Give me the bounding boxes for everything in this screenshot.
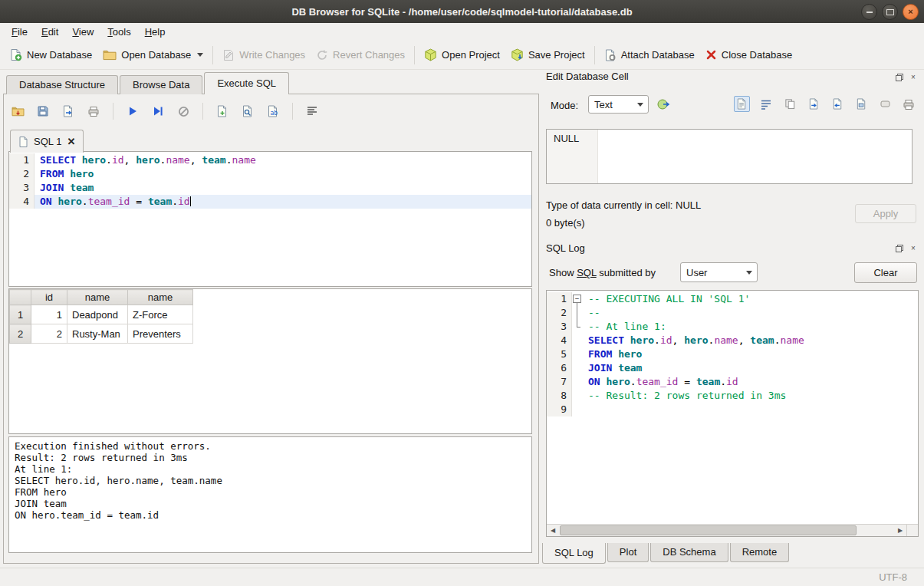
code-line[interactable]: 6JOIN team — [547, 361, 918, 375]
execution-output[interactable]: Execution finished without errors. Resul… — [8, 436, 532, 553]
corner-header-cell[interactable] — [10, 290, 31, 305]
table-row: 11DeadpondZ-Force — [10, 305, 193, 324]
menu-tools[interactable]: Tools — [100, 24, 137, 40]
auto-complete-button[interactable]: ab — [265, 104, 281, 119]
close-button[interactable]: × — [903, 4, 919, 20]
copy-cell-button[interactable] — [782, 97, 797, 112]
table-cell[interactable]: Preventers — [128, 324, 193, 344]
tab-execute-sql[interactable]: Execute SQL — [204, 72, 289, 94]
table-cell[interactable]: Rusty-Man — [67, 324, 128, 344]
tab-browse-data[interactable]: Browse Data — [120, 75, 202, 94]
scroll-right-icon[interactable]: ▶ — [894, 525, 906, 536]
maximize-button[interactable] — [882, 4, 898, 20]
apply-button[interactable]: Apply — [855, 204, 916, 223]
code-line[interactable]: 7ON hero.team_id = team.id — [547, 375, 918, 389]
toolbar-separator — [292, 103, 293, 120]
title-bar[interactable]: DB Browser for SQLite - /home/user/code/… — [0, 0, 924, 23]
new-database-button[interactable]: New Database — [4, 44, 97, 65]
float-panel-button[interactable] — [895, 73, 904, 82]
code-line[interactable]: 3-- At line 1: — [547, 320, 918, 334]
text-document-icon — [736, 98, 748, 110]
print-sql-button[interactable] — [86, 104, 101, 119]
cell-editor-toolbar — [734, 96, 916, 112]
code-line[interactable]: 2-- — [547, 306, 918, 320]
open-sql-file-button[interactable] — [10, 104, 25, 119]
menu-view[interactable]: View — [65, 24, 100, 40]
new-sql-tab-button[interactable] — [215, 104, 230, 119]
revert-changes-icon — [316, 49, 328, 61]
sql-editor[interactable]: 1SELECT hero.id, hero.name, team.name2FR… — [8, 151, 532, 287]
code-line[interactable]: 8-- Result: 2 rows returned in 3ms — [547, 389, 918, 403]
sql-log-panel-title: SQL Log — [546, 242, 585, 254]
word-wrap-toggle[interactable] — [758, 97, 774, 112]
import-in-cell-button[interactable] — [656, 97, 671, 112]
fold-marker[interactable] — [572, 292, 583, 306]
scroll-left-icon[interactable]: ◀ — [547, 525, 559, 536]
open-database-dropdown-icon[interactable] — [197, 53, 203, 57]
cell-value-editor[interactable]: NULL — [546, 129, 912, 184]
code-line[interactable]: 9 — [547, 403, 918, 416]
code-line[interactable]: 5FROM hero — [547, 347, 918, 361]
execute-all-button[interactable] — [125, 104, 140, 119]
menu-edit[interactable]: Edit — [35, 24, 65, 40]
import-cell-data-button[interactable] — [806, 97, 821, 112]
minimize-button[interactable] — [861, 4, 877, 20]
column-header-name[interactable]: name — [67, 290, 128, 305]
tab-db-schema[interactable]: DB Schema — [650, 543, 728, 562]
stop-execution-button[interactable] — [176, 104, 191, 119]
revert-changes-button[interactable]: Revert Changes — [311, 45, 410, 65]
code-line[interactable]: 4ON hero.team_id = team.id — [9, 195, 531, 209]
menu-help[interactable]: Help — [138, 24, 173, 40]
tab-plot[interactable]: Plot — [607, 543, 649, 562]
open-database-button[interactable]: Open Database — [97, 45, 209, 65]
execute-line-button[interactable] — [150, 104, 166, 119]
new-database-icon — [9, 48, 22, 61]
table-cell[interactable]: Deadpond — [67, 305, 128, 324]
save-sql-file-button[interactable] — [35, 104, 51, 119]
float-panel-button[interactable] — [895, 244, 904, 253]
code-line[interactable]: 1-- EXECUTING ALL IN 'SQL 1' — [547, 292, 918, 306]
table-cell[interactable]: Z-Force — [128, 305, 193, 324]
column-header-name[interactable]: name — [128, 290, 193, 305]
save-project-button[interactable]: Save Project — [505, 44, 590, 65]
log-filter-combobox[interactable]: User — [680, 262, 758, 282]
print-cell-button[interactable] — [901, 97, 916, 112]
attach-database-label: Attach Database — [621, 49, 695, 61]
code-line[interactable]: 2FROM hero — [9, 167, 531, 181]
code-line[interactable]: 3JOIN team — [9, 181, 531, 195]
export-cell-data-button[interactable] — [830, 97, 845, 112]
execute-sql-pane: ab SQL 1 ✕ 1SELECT hero.id, hero.name, t… — [3, 94, 539, 564]
sql-log-view[interactable]: 1-- EXECUTING ALL IN 'SQL 1'2--3-- At li… — [546, 290, 919, 537]
close-panel-button[interactable]: × — [909, 244, 918, 253]
close-database-button[interactable]: Close Database — [700, 45, 798, 64]
menu-file[interactable]: File — [5, 24, 35, 40]
code-line[interactable]: 1SELECT hero.id, hero.name, team.name — [9, 153, 531, 167]
table-cell[interactable]: 2 — [31, 324, 67, 344]
tab-remote[interactable]: Remote — [730, 543, 790, 562]
save-sql-as-button[interactable] — [61, 104, 76, 119]
close-tab-icon[interactable]: ✕ — [67, 136, 75, 147]
write-changes-button[interactable]: Write Changes — [217, 45, 311, 65]
tab-sql-log[interactable]: SQL Log — [542, 543, 606, 564]
scrollbar-track[interactable] — [559, 525, 894, 536]
clear-log-button[interactable]: Clear — [854, 262, 917, 283]
scrollbar-thumb[interactable] — [560, 525, 857, 535]
sql-document-tab[interactable]: SQL 1 ✕ — [10, 130, 84, 153]
open-project-button[interactable]: Open Project — [419, 44, 505, 65]
attach-database-button[interactable]: Attach Database — [599, 45, 700, 65]
mode-combobox[interactable]: Text — [588, 95, 649, 114]
find-text-button[interactable] — [240, 104, 255, 119]
log-horizontal-scrollbar[interactable]: ◀ ▶ — [547, 524, 918, 536]
close-panel-button[interactable]: × — [909, 73, 918, 82]
row-number[interactable]: 2 — [10, 324, 31, 344]
column-header-id[interactable]: id — [31, 290, 67, 305]
set-null-button[interactable] — [877, 97, 893, 112]
open-external-button[interactable] — [853, 97, 869, 112]
row-number[interactable]: 1 — [10, 305, 31, 324]
text-mode-toggle[interactable] — [734, 96, 750, 112]
code-line[interactable]: 4SELECT hero.id, hero.name, team.name — [547, 334, 918, 347]
tab-database-structure[interactable]: Database Structure — [6, 75, 118, 94]
format-sql-button[interactable] — [304, 104, 320, 119]
new-database-label: New Database — [27, 49, 92, 61]
table-cell[interactable]: 1 — [31, 305, 67, 324]
